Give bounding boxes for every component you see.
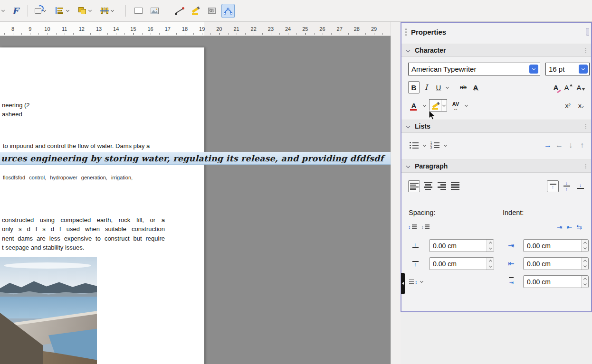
spin-down-icon[interactable]	[487, 246, 494, 252]
highlight-color-button[interactable]	[429, 99, 447, 112]
properties-panel: Properties Character American Typewriter…	[401, 22, 592, 312]
align-right-button[interactable]	[436, 180, 448, 192]
bullet-list-dropdown-icon[interactable]	[422, 143, 426, 147]
rotate-icon	[35, 8, 41, 14]
lists-row: 1 2 3 → ← ↓ ↑	[408, 139, 586, 152]
writer-window: F 8 9 10	[0, 0, 592, 364]
spin-up-icon[interactable]	[582, 276, 588, 282]
font-size-combobox[interactable]: 16 pt	[545, 63, 590, 75]
increase-font-button[interactable]: A	[563, 81, 574, 93]
vertical-align-center-button[interactable]: ↓↑	[561, 180, 573, 192]
insert-line-button[interactable]	[173, 4, 186, 18]
decrease-indent-button[interactable]: ⇤	[567, 223, 573, 231]
move-down-button[interactable]: ↓	[566, 141, 575, 149]
ruler-number: 26	[314, 26, 331, 32]
section-header-character[interactable]: Character	[401, 44, 591, 57]
character-color-row: A AV ↔ x² x₂	[408, 99, 586, 112]
insert-image-button[interactable]	[148, 4, 161, 18]
spin-up-icon[interactable]	[487, 258, 494, 264]
below-spacing-input[interactable]: 0.00 cm	[429, 257, 494, 270]
spin-down-icon[interactable]	[487, 264, 494, 270]
align-left-button[interactable]	[408, 180, 420, 192]
panel-close-icon[interactable]	[586, 28, 589, 36]
vertical-align-top-button[interactable]: ↑	[547, 180, 559, 192]
bold-button[interactable]: B	[408, 81, 420, 93]
clear-formatting-button[interactable]: A	[550, 81, 562, 93]
toolbar-overflow-icon[interactable]	[0, 4, 6, 18]
spinner[interactable]	[581, 258, 588, 270]
above-spacing-input[interactable]: 0.00 cm	[429, 239, 494, 252]
ruler-number: 12	[73, 26, 90, 32]
underline-button[interactable]: U	[433, 81, 444, 93]
spin-down-icon[interactable]	[582, 264, 588, 270]
spin-up-icon[interactable]	[582, 240, 588, 246]
italic-button[interactable]: I	[420, 81, 432, 93]
character-spacing-button[interactable]: AV ↔	[450, 99, 461, 112]
document-page[interactable]: neering (2 asheed to impound and control…	[0, 47, 204, 364]
fontwork-button[interactable]: F	[9, 4, 22, 18]
spin-down-icon[interactable]	[582, 246, 588, 252]
align-center-button[interactable]	[422, 180, 434, 192]
font-name-combobox[interactable]: American Typewriter	[408, 63, 540, 75]
spinner[interactable]	[581, 276, 588, 288]
spin-up-icon[interactable]	[487, 240, 494, 246]
increase-spacing-button[interactable]: ↕	[408, 224, 417, 230]
before-indent-input[interactable]: 0.00 cm	[523, 239, 589, 252]
highlighter-button[interactable]	[189, 4, 202, 18]
character-spacing-dropdown-icon[interactable]	[464, 103, 468, 107]
spinner[interactable]	[487, 258, 494, 270]
after-indent-icon: ⇤	[505, 257, 517, 270]
increase-indent-button[interactable]: ⇥	[557, 223, 563, 231]
move-up-button[interactable]: ↑	[578, 141, 586, 149]
after-indent-input[interactable]: 0.00 cm	[523, 257, 589, 270]
dam-photo-image[interactable]	[0, 257, 97, 364]
align-objects-button[interactable]	[56, 4, 69, 18]
spinner[interactable]	[487, 240, 494, 252]
highlight-dropdown[interactable]	[441, 100, 447, 111]
spinner[interactable]	[581, 240, 588, 252]
section-header-paragraph[interactable]: Paragraph	[401, 159, 591, 173]
section-more-icon[interactable]	[585, 164, 586, 165]
switch-indent-button[interactable]: ⇆	[576, 223, 582, 231]
superscript-button[interactable]: x²	[563, 99, 573, 112]
transparency-button[interactable]	[205, 4, 219, 18]
strikethrough-button[interactable]: ab	[458, 81, 469, 93]
section-header-lists[interactable]: Lists	[401, 120, 591, 133]
selected-text-line[interactable]: urces engineering by storing water, regu…	[0, 152, 391, 165]
bullet-list-button[interactable]	[408, 139, 420, 151]
spin-up-icon[interactable]	[582, 258, 588, 264]
drag-handle-icon[interactable]	[405, 28, 407, 30]
decrease-spacing-button[interactable]: ↕	[421, 224, 430, 230]
insert-frame-button[interactable]	[132, 4, 145, 18]
ruler-number: 9	[21, 26, 38, 32]
subscript-button[interactable]: x₂	[576, 99, 586, 112]
edit-points-button[interactable]	[221, 4, 235, 18]
shadow-button[interactable]: A	[470, 81, 481, 93]
numbered-list-button[interactable]: 1 2 3	[429, 139, 440, 151]
align-justify-button[interactable]	[449, 180, 461, 192]
decrease-font-button[interactable]: A	[575, 81, 586, 93]
numbered-list-dropdown-icon[interactable]	[443, 143, 447, 147]
promote-button[interactable]: ←	[555, 141, 563, 149]
spin-down-icon[interactable]	[582, 282, 588, 288]
section-more-icon[interactable]	[585, 48, 586, 49]
distribute-button[interactable]	[100, 4, 114, 18]
line-spacing-button[interactable]: ↕	[409, 275, 424, 288]
underline-dropdown-icon[interactable]	[445, 85, 449, 89]
numbered-list-icon: 1 2 3	[430, 141, 439, 149]
font-color-button[interactable]: A	[408, 99, 420, 112]
horizontal-ruler[interactable]: 8 9 10 11 12 13 14 15 16 17 18 19 20 21 …	[0, 22, 391, 36]
rotate-object-button[interactable]	[34, 4, 47, 18]
font-size-dropdown[interactable]	[579, 65, 588, 74]
sidebar-grip-handle[interactable]	[401, 273, 405, 294]
font-name-dropdown[interactable]	[529, 65, 538, 74]
section-more-icon[interactable]	[585, 124, 586, 125]
arrange-button[interactable]	[78, 4, 92, 18]
firstline-indent-input[interactable]: 0.00 cm	[523, 275, 589, 288]
vertical-scrollbar[interactable]	[391, 22, 401, 364]
document-area[interactable]: neering (2 asheed to impound and control…	[0, 36, 391, 364]
demote-button[interactable]: →	[544, 141, 552, 149]
line-spacing-dropdown-icon[interactable]	[420, 280, 424, 284]
vertical-align-bottom-button[interactable]: ↓	[574, 180, 586, 192]
font-color-dropdown-icon[interactable]	[422, 103, 426, 107]
